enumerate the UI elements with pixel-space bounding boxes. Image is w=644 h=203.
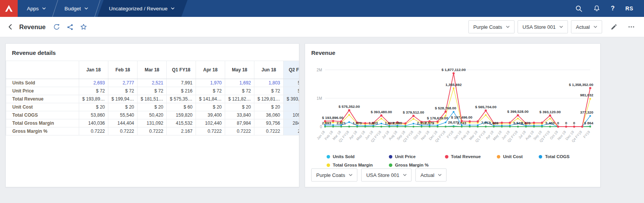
grid-cell[interactable]: $ 121,824.00 xyxy=(225,95,254,103)
grid-cell[interactable]: 0.7222 xyxy=(79,127,108,135)
grid-cell[interactable]: 7,991 xyxy=(167,79,196,87)
row-label-gross-margin[interactable]: Gross Margin % xyxy=(6,127,79,135)
grid-cell[interactable]: $ 72 xyxy=(196,87,225,95)
grid-cell[interactable]: 2,777 xyxy=(108,79,138,87)
grid-cell[interactable]: 2,693 xyxy=(79,79,108,87)
grid-cell[interactable]: 93,756 xyxy=(254,119,284,127)
help-icon[interactable]: ? xyxy=(611,5,615,12)
legend-item-total-gross-margin[interactable]: Total Gross Margin xyxy=(327,163,373,167)
grid-cell[interactable]: 55,540 xyxy=(108,111,138,119)
grid-cell[interactable]: 2,521 xyxy=(138,79,167,87)
grid-cell[interactable]: $ 129,816.00 xyxy=(254,95,284,103)
filter-dropdown-actual[interactable]: Actual xyxy=(571,20,602,33)
grid-cell[interactable]: 284,180 xyxy=(284,119,300,127)
grid-cell[interactable]: $ 72 xyxy=(108,87,138,95)
nav-tab-current-page[interactable]: Uncategorized / Revenue xyxy=(98,0,188,17)
grid-cell[interactable]: $ 20 xyxy=(138,103,167,111)
grid-cell[interactable]: 140,036 xyxy=(79,119,108,127)
notifications-bell-icon[interactable] xyxy=(593,5,600,12)
column-header-jan-18[interactable]: Jan 18 xyxy=(79,61,108,79)
grid-cell[interactable]: 0.7222 xyxy=(138,127,167,135)
legend-item-unit-price[interactable]: Unit Price xyxy=(389,154,429,159)
grid-cell[interactable]: $ 193,896.00 xyxy=(79,95,108,103)
row-label-units-sold[interactable]: Units Sold xyxy=(6,79,79,87)
filter-dropdown-actual[interactable]: Actual xyxy=(415,168,446,182)
share-icon[interactable] xyxy=(67,24,73,30)
grid-cell[interactable]: 0.7222 xyxy=(108,127,138,135)
grid-cell[interactable]: 39,400 xyxy=(196,111,225,119)
grid-cell[interactable]: 1,692 xyxy=(225,79,254,87)
grid-cell[interactable]: 1,803 xyxy=(254,79,284,87)
grid-cell[interactable]: $ 20 xyxy=(196,103,225,111)
grid-cell[interactable]: $ 181,512.00 xyxy=(138,95,167,103)
grid-cell[interactable]: $ 393,480.00 xyxy=(284,95,300,103)
row-label-total-revenue[interactable]: Total Revenue xyxy=(6,95,79,103)
column-header-jun-18[interactable]: Jun 18 xyxy=(254,61,284,79)
grid-cell[interactable]: 1,970 xyxy=(196,79,225,87)
grid-cell[interactable]: $ 20 xyxy=(254,103,284,111)
grid-cell[interactable]: $ 141,840.00 xyxy=(196,95,225,103)
grid-cell[interactable]: $ 216 xyxy=(284,87,300,95)
grid-cell[interactable]: 5,465 xyxy=(284,79,300,87)
filter-dropdown-usa-store-001[interactable]: USA Store 001 xyxy=(361,168,412,182)
grid-cell[interactable]: 159,820 xyxy=(167,111,196,119)
row-label-total-cogs[interactable]: Total COGS xyxy=(6,111,79,119)
legend-item-gross-margin[interactable]: Gross Margin % xyxy=(389,163,429,167)
grid-cell[interactable]: $ 60 xyxy=(167,103,196,111)
legend-item-units-sold[interactable]: Units Sold xyxy=(327,154,373,159)
legend-item-total-revenue[interactable]: Total Revenue xyxy=(445,154,481,159)
legend-item-unit-cost[interactable]: Unit Cost xyxy=(497,154,523,159)
grid-cell[interactable]: 2.167 xyxy=(167,127,196,135)
column-header-mar-18[interactable]: Mar 18 xyxy=(138,61,167,79)
grid-cell[interactable]: 415,532 xyxy=(167,119,196,127)
more-options-icon[interactable] xyxy=(626,21,637,32)
column-header-apr-18[interactable]: Apr 18 xyxy=(196,61,225,79)
anaplan-logo[interactable] xyxy=(0,0,18,17)
grid-cell[interactable]: $ 72 xyxy=(225,87,254,95)
grid-cell[interactable]: $ 20 xyxy=(108,103,138,111)
grid-cell[interactable]: 0.7222 xyxy=(196,127,225,135)
column-header-may-18[interactable]: May 18 xyxy=(225,61,254,79)
refresh-icon[interactable] xyxy=(53,24,60,30)
legend-item-total-cogs[interactable]: Total COGS xyxy=(539,154,569,159)
grid-cell[interactable]: 36,060 xyxy=(254,111,284,119)
grid-cell[interactable]: 144,404 xyxy=(108,119,138,127)
grid-cell[interactable]: 87,984 xyxy=(225,119,254,127)
grid-cell[interactable]: $ 216 xyxy=(167,87,196,95)
nav-tab-apps[interactable]: Apps xyxy=(18,0,55,17)
grid-cell[interactable]: 109,300 xyxy=(284,111,300,119)
row-label-unit-cost[interactable]: Unit Cost xyxy=(6,103,79,111)
grid-cell[interactable]: $ 72 xyxy=(138,87,167,95)
nav-tab-budget[interactable]: Budget xyxy=(55,0,97,17)
grid-cell[interactable]: $ 72 xyxy=(254,87,284,95)
filter-dropdown-purple-coats[interactable]: Purple Coats xyxy=(468,20,515,33)
grid-cell[interactable]: 0.7222 xyxy=(254,127,284,135)
grid-cell[interactable]: 53,860 xyxy=(79,111,108,119)
filter-dropdown-purple-coats[interactable]: Purple Coats xyxy=(311,168,357,182)
grid-cell[interactable]: $ 20 xyxy=(225,103,254,111)
grid-cell[interactable]: 2.167 xyxy=(284,127,300,135)
user-avatar[interactable]: RS xyxy=(626,5,633,12)
grid-cell[interactable]: 33,840 xyxy=(225,111,254,119)
back-button[interactable] xyxy=(5,22,15,31)
row-label-unit-price[interactable]: Unit Price xyxy=(6,87,79,95)
revenue-line-chart[interactable]: 01M2MJan 18Feb 18Mar 18Q1 FY18Apr 18May … xyxy=(311,62,595,153)
grid-cell[interactable]: 50,420 xyxy=(138,111,167,119)
row-label-total-gross-margin[interactable]: Total Gross Margin xyxy=(6,119,79,127)
grid-cell[interactable]: $ 199,944.00 xyxy=(108,95,138,103)
revenue-table[interactable]: Jan 18Feb 18Mar 18Q1 FY18Apr 18May 18Jun… xyxy=(6,61,299,135)
grid-cell[interactable]: 0.7222 xyxy=(225,127,254,135)
favorite-star-icon[interactable] xyxy=(80,24,87,30)
search-icon[interactable] xyxy=(575,5,583,12)
grid-cell[interactable]: $ 20 xyxy=(79,103,108,111)
column-header-q1-fy18[interactable]: Q1 FY18 xyxy=(167,61,196,79)
column-header-feb-18[interactable]: Feb 18 xyxy=(108,61,138,79)
column-header-q2-fy18[interactable]: Q2 FY18 xyxy=(284,61,300,79)
filter-dropdown-usa-store-001[interactable]: USA Store 001 xyxy=(518,20,568,33)
grid-cell[interactable]: $ 72 xyxy=(79,87,108,95)
grid-cell[interactable]: $ 60 xyxy=(284,103,300,111)
grid-cell[interactable]: 102,440 xyxy=(196,119,225,127)
grid-cell[interactable]: $ 575,352.00 xyxy=(167,95,196,103)
grid-cell[interactable]: 131,092 xyxy=(138,119,167,127)
edit-pencil-icon[interactable] xyxy=(608,21,619,33)
